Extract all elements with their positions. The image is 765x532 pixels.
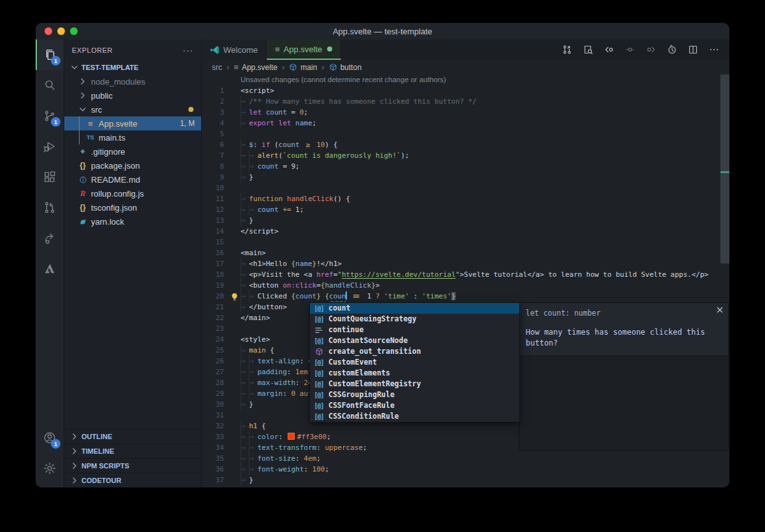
breadcrumb-label: main <box>300 63 317 72</box>
section-npm-scripts[interactable]: NPM SCRIPTS <box>64 458 201 473</box>
file-row-public[interactable]: public <box>64 88 201 102</box>
code-line-11: 11→function handleClick() { <box>202 193 729 204</box>
suggestion-continue[interactable]: continue <box>310 325 519 335</box>
open-preview-icon[interactable] <box>583 45 593 55</box>
close-icon[interactable] <box>717 307 723 313</box>
settings-icon[interactable] <box>36 453 64 484</box>
azure-icon[interactable] <box>36 253 64 284</box>
line-number: 34 <box>202 442 241 453</box>
code-editor[interactable]: Unsaved changes (cannot determine recent… <box>202 74 729 487</box>
file-row-App.svelte[interactable]: ≡App.svelte1, M <box>64 116 201 130</box>
editor-actions <box>562 39 729 60</box>
line-content <box>241 183 249 193</box>
search-icon[interactable] <box>36 70 64 101</box>
source-control-icon[interactable]: 1 <box>36 101 64 131</box>
line-number: 12 <box>202 204 241 215</box>
line-content: →→color: #ff3e00; <box>241 431 331 442</box>
suggestion-CSSConditionRule[interactable]: [@]CSSConditionRule <box>310 411 519 422</box>
line-number: 9 <box>202 172 241 183</box>
line-number: 24 <box>202 334 241 345</box>
split-editor-icon[interactable] <box>688 45 698 55</box>
file-label: App.svelte <box>99 119 137 129</box>
code-line-1: 1<script> <box>202 85 729 96</box>
zoom-window-button[interactable] <box>70 27 78 35</box>
lightbulb-icon[interactable] <box>230 293 239 304</box>
live-share-icon[interactable] <box>36 223 64 253</box>
suggestion-CSSGroupingRule[interactable]: [@]CSSGroupingRule <box>310 389 519 400</box>
file-row-main.ts[interactable]: TSmain.ts <box>64 130 201 144</box>
gitlens-graph-icon[interactable] <box>562 45 572 55</box>
suggest-widget: [@]count[@]CountQueuingStrategycontinue[… <box>309 302 520 423</box>
file-row-yarn.lock[interactable]: yarn.lock <box>64 214 201 228</box>
minimize-window-button[interactable] <box>57 27 65 35</box>
more-actions-icon[interactable] <box>709 45 719 55</box>
file-row-package.json[interactable]: {}package.json <box>64 158 201 172</box>
file-row-node_modules[interactable]: node_modules <box>64 74 201 88</box>
line-number: 8 <box>202 161 241 172</box>
suggestion-CustomEvent[interactable]: [@]CustomEvent <box>310 357 519 368</box>
line-number: 37 <box>202 475 241 486</box>
line-content <box>241 410 249 421</box>
suggestion-create_out_transition[interactable]: create_out_transition <box>310 346 519 357</box>
file-row-README.md[interactable]: README.md <box>64 172 201 186</box>
extensions-icon[interactable] <box>36 162 64 192</box>
suggest-details-widget: let count: number How many times has som… <box>519 302 729 451</box>
git-status-badge: 1, M <box>180 119 195 128</box>
suggestion-count[interactable]: [@]count <box>310 303 519 314</box>
open-changes-icon[interactable] <box>625 45 635 55</box>
github-pr-icon[interactable] <box>36 192 64 223</box>
line-content: →→alert(`count is dangerously high!`); <box>241 150 409 161</box>
more-actions-icon[interactable]: ··· <box>183 45 193 55</box>
code-line-10: 10 <box>202 183 729 193</box>
file-row-rollup.config.js[interactable]: Rrollup.config.js <box>64 186 201 200</box>
code-line-8: 8→→count = 9; <box>202 161 729 172</box>
chevron-down-icon <box>77 104 88 115</box>
scrollbar[interactable] <box>720 74 729 263</box>
suggestion-ConstantSourceNode[interactable]: [@]ConstantSourceNode <box>310 335 519 346</box>
code-line-13: 13→} <box>202 215 729 226</box>
chevron-down-icon <box>69 62 80 73</box>
symbol-variable-icon: [@] <box>312 379 325 389</box>
run-debug-icon[interactable] <box>36 131 64 162</box>
section-timeline[interactable]: TIMELINE <box>64 444 201 458</box>
file-history-icon[interactable] <box>667 45 677 55</box>
symbol-variable-icon: [@] <box>312 368 325 379</box>
tab-app-svelte[interactable]: ≡App.svelte <box>267 39 341 60</box>
breadcrumb-label: button <box>340 63 361 72</box>
section-codetour[interactable]: CODETOUR <box>64 473 201 487</box>
tab-bar: Welcome≡App.svelte <box>202 39 729 60</box>
suggestion-label: CountQueuingStrategy <box>328 314 416 325</box>
previous-change-icon[interactable] <box>604 45 614 55</box>
suggestion-customElements[interactable]: [@]customElements <box>310 368 519 379</box>
close-window-button[interactable] <box>45 27 52 35</box>
breadcrumb-main[interactable]: main <box>289 63 317 72</box>
account-icon[interactable]: 1 <box>36 423 64 453</box>
yarn-icon <box>77 218 88 226</box>
activity-bar-top: 11 <box>36 39 64 284</box>
tab-welcome[interactable]: Welcome <box>202 39 267 60</box>
line-content: →→text-transform: uppercase; <box>241 442 367 453</box>
line-number: 17 <box>202 258 241 269</box>
file-row-tsconfig.json[interactable]: {}tsconfig.json <box>64 200 201 214</box>
suggestion-CountQueuingStrategy[interactable]: [@]CountQueuingStrategy <box>310 314 519 325</box>
next-change-icon[interactable] <box>646 45 656 55</box>
workspace-section-header[interactable]: TEST-TEMPLATE <box>64 60 201 74</box>
file-row-src[interactable]: src <box>64 102 201 116</box>
badge: 1 <box>51 56 60 66</box>
file-row-.gitignore[interactable]: .gitignore <box>64 144 201 158</box>
suggestion-CustomElementRegistry[interactable]: [@]CustomElementRegistry <box>310 379 519 389</box>
code-line-5: 5 <box>202 129 729 139</box>
breadcrumb-app-svelte[interactable]: ≡App.svelte <box>234 62 277 72</box>
explorer-icon[interactable]: 1 <box>36 39 64 70</box>
line-number: 31 <box>202 410 241 421</box>
section-outline[interactable]: OUTLINE <box>64 429 201 444</box>
line-number: 32 <box>202 421 241 431</box>
breadcrumb-src[interactable]: src <box>212 63 222 72</box>
suggestion-label: continue <box>328 325 363 335</box>
breadcrumb-button[interactable]: button <box>329 63 361 72</box>
modified-dot <box>188 107 193 112</box>
suggestion-CSSFontFaceRule[interactable]: [@]CSSFontFaceRule <box>310 400 519 411</box>
line-content: →h1 { <box>241 421 266 431</box>
color-swatch[interactable] <box>288 433 295 440</box>
title-bar[interactable]: App.svelte — test-template <box>36 23 729 39</box>
